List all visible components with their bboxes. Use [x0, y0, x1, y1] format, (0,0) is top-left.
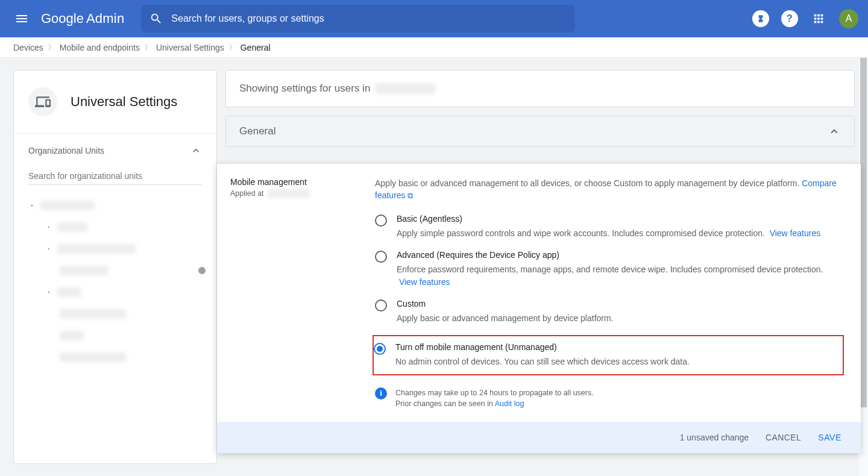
action-bar: 1 unsaved change CANCEL SAVE: [217, 422, 861, 453]
right-column: Showing settings for users in General Mo…: [225, 70, 855, 464]
ou-tree-item[interactable]: [28, 260, 209, 281]
triangle-down-icon: [29, 202, 35, 208]
general-section-header[interactable]: General: [225, 116, 855, 147]
chevron-up-icon: [190, 145, 202, 157]
hourglass-icon: [752, 10, 769, 27]
ou-label: Organizational Units: [28, 146, 104, 155]
help-icon: ?: [781, 10, 798, 27]
ou-tree-item[interactable]: [28, 216, 209, 238]
management-radio-group: Basic (Agentless) Apply simple password …: [375, 214, 844, 375]
sidebar-header: Universal Settings: [14, 70, 216, 134]
main-content: Universal Settings Organizational Units: [0, 58, 868, 476]
applied-org-redacted: [268, 189, 310, 198]
scrollbar-thumb[interactable]: [860, 58, 867, 407]
chevron-right-icon: 〉: [229, 43, 236, 52]
setting-title: Mobile management: [230, 177, 375, 187]
breadcrumb: Devices 〉 Mobile and endpoints 〉 Univers…: [0, 37, 868, 58]
google-admin-logo[interactable]: Google Admin: [41, 11, 124, 27]
radio-icon-checked: [374, 343, 386, 355]
triangle-right-icon: [46, 246, 51, 251]
main-menu-button[interactable]: [10, 7, 34, 31]
breadcrumb-item[interactable]: Universal Settings: [156, 43, 224, 52]
note-line: Prior changes can be seen in Audit log: [395, 398, 594, 410]
ou-tree: [14, 191, 216, 380]
ou-tree-item[interactable]: [28, 325, 209, 346]
radio-option-advanced[interactable]: Advanced (Requires the Device Policy app…: [375, 250, 844, 288]
scope-prefix: Showing settings for users in: [239, 83, 370, 95]
status-icon-button[interactable]: [749, 7, 773, 31]
radio-label: Custom: [397, 299, 614, 308]
info-icon: i: [375, 387, 387, 399]
radio-icon: [375, 215, 387, 227]
unsaved-changes-label: 1 unsaved change: [680, 433, 749, 442]
hamburger-icon: [14, 11, 29, 26]
chevron-right-icon: 〉: [48, 43, 55, 52]
search-icon: [149, 12, 163, 25]
view-features-link[interactable]: View features: [399, 277, 450, 287]
sidebar-title: Universal Settings: [71, 94, 177, 110]
triangle-right-icon: [46, 290, 51, 295]
ou-section-header[interactable]: Organizational Units: [14, 134, 216, 157]
triangle-right-icon: [46, 225, 51, 230]
app-header: Google Admin ? A: [0, 0, 868, 37]
ou-search-input[interactable]: [28, 168, 202, 185]
radio-option-basic[interactable]: Basic (Agentless) Apply simple password …: [375, 214, 844, 239]
audit-log-link[interactable]: Audit log: [495, 399, 524, 408]
logo-text-google: Google: [41, 11, 84, 27]
note-line: Changes may take up to 24 hours to propa…: [395, 387, 594, 399]
sidebar-card: Universal Settings Organizational Units: [13, 70, 217, 464]
ou-tree-item[interactable]: [28, 195, 209, 216]
ou-tree-item[interactable]: [28, 303, 209, 325]
logo-text-admin: Admin: [86, 11, 124, 27]
radio-icon: [375, 299, 387, 312]
search-input[interactable]: [171, 13, 567, 24]
ou-tree-item[interactable]: [28, 346, 209, 368]
radio-label: Basic (Agentless): [397, 214, 820, 224]
devices-icon: [28, 87, 57, 116]
help-button[interactable]: ?: [778, 7, 802, 31]
general-label: General: [239, 125, 275, 137]
breadcrumb-item[interactable]: Mobile and endpoints: [60, 43, 140, 52]
scope-org-redacted: [375, 83, 435, 94]
open-in-new-icon: ⧉: [407, 191, 413, 200]
ou-tree-item[interactable]: [28, 281, 209, 303]
cancel-button[interactable]: CANCEL: [766, 433, 801, 442]
search-box[interactable]: [141, 5, 575, 33]
radio-sublabel: Enforce password requirements, manage ap…: [397, 263, 844, 288]
applied-at: Applied at: [230, 189, 375, 198]
radio-option-unmanaged[interactable]: Turn off mobile management (Unmanaged) N…: [373, 335, 844, 375]
propagation-note: i Changes may take up to 24 hours to pro…: [375, 387, 844, 410]
setting-description: Apply basic or advanced management to al…: [375, 177, 844, 202]
apps-launcher-button[interactable]: [807, 7, 831, 31]
radio-label: Turn off mobile management (Unmanaged): [395, 342, 690, 352]
account-avatar[interactable]: A: [839, 9, 858, 28]
chevron-up-icon: [828, 125, 841, 138]
radio-icon: [375, 251, 387, 263]
radio-sublabel: Apply simple password controls and wipe …: [397, 227, 820, 239]
save-button[interactable]: SAVE: [818, 433, 841, 442]
mobile-management-panel: Mobile management Applied at Apply basic…: [217, 164, 861, 453]
ou-tree-item[interactable]: [28, 238, 209, 260]
scope-info-bar: Showing settings for users in: [225, 70, 855, 107]
radio-sublabel: No admin control of devices. You can sti…: [395, 355, 690, 368]
view-features-link[interactable]: View features: [770, 228, 821, 238]
apps-grid-icon: [812, 12, 825, 25]
chevron-right-icon: 〉: [145, 43, 151, 52]
radio-label: Advanced (Requires the Device Policy app…: [397, 250, 844, 260]
breadcrumb-item[interactable]: Devices: [13, 43, 43, 52]
radio-sublabel: Apply basic or advanced management by de…: [397, 312, 614, 324]
radio-option-custom[interactable]: Custom Apply basic or advanced managemen…: [375, 299, 844, 324]
ou-indicator-dot: [198, 267, 206, 274]
breadcrumb-item-current: General: [241, 43, 271, 52]
